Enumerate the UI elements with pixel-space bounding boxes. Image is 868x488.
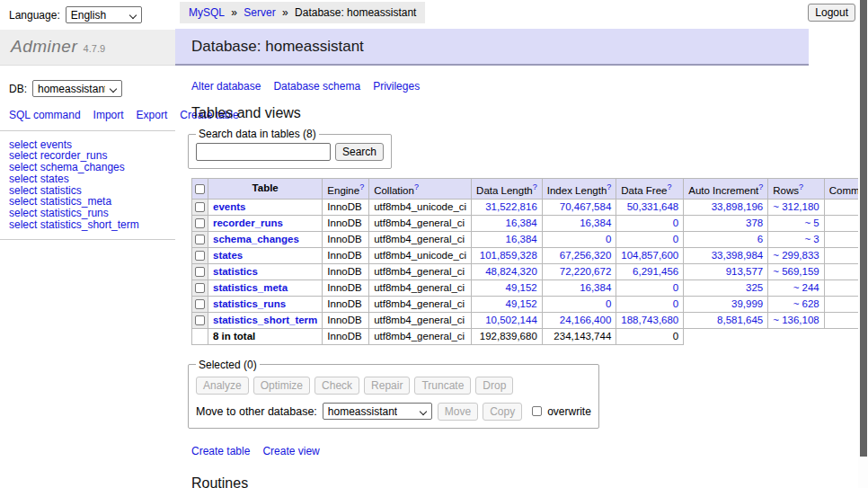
language-select[interactable]: English	[66, 6, 142, 23]
index-length-link[interactable]: 67,256,320	[560, 250, 612, 261]
data-length-link[interactable]: 16,384	[506, 234, 537, 244]
index-length-link[interactable]: 72,220,672	[560, 266, 612, 277]
create-create-view[interactable]: Create view	[262, 445, 319, 457]
rows-link[interactable]: ~ 628	[793, 298, 819, 309]
breadcrumb-separator: »	[228, 6, 240, 19]
data-length-link[interactable]: 10,502,144	[485, 315, 537, 325]
db-action-privileges[interactable]: Privileges	[373, 80, 420, 93]
help-link-engine[interactable]: ?	[359, 182, 364, 191]
auto-increment-link[interactable]: 6	[757, 234, 763, 244]
help-link-data-free[interactable]: ?	[667, 182, 671, 191]
help-link-data-length[interactable]: ?	[533, 182, 537, 191]
index-length-link[interactable]: 16,384	[580, 217, 611, 228]
total-data-free-cell: 0	[616, 328, 684, 344]
move-database-select[interactable]: homeassistant	[323, 403, 432, 420]
table-name-link-statistics-meta[interactable]: statistics_meta	[213, 282, 288, 293]
data-free-cell: 0	[616, 231, 684, 247]
column-header-label: Data Length	[476, 185, 533, 196]
table-name-link-schema-changes[interactable]: schema_changes	[213, 234, 299, 244]
data-free-link[interactable]: 104,857,600	[621, 250, 678, 261]
data-length-cell: 31,522,816	[472, 199, 543, 215]
rows-link[interactable]: ~ 299,833	[773, 250, 819, 261]
breadcrumb-link-mysql[interactable]: MySQL	[189, 6, 225, 19]
auto-increment-link[interactable]: 8,581,645	[717, 315, 763, 325]
scrollbar-thumb[interactable]	[860, 0, 867, 457]
sidebar-action-import[interactable]: Import	[93, 109, 124, 121]
data-length-link[interactable]: 48,824,320	[485, 266, 537, 277]
sidebar-action-export[interactable]: Export	[137, 109, 168, 121]
db-label: DB:	[9, 83, 27, 95]
db-action-alter-database[interactable]: Alter database	[191, 80, 261, 93]
help-link-collation[interactable]: ?	[414, 182, 419, 191]
data-free-link[interactable]: 0	[673, 298, 678, 309]
data-free-link[interactable]: 6,291,456	[633, 266, 678, 277]
data-length-link[interactable]: 31,522,816	[485, 201, 537, 212]
breadcrumb: MySQL » Server » Database: homeassistant	[180, 2, 425, 23]
rows-link[interactable]: ~ 312,180	[773, 201, 819, 212]
create-create-table[interactable]: Create table	[191, 445, 250, 457]
column-header-data-free: Data Free?	[616, 179, 684, 200]
index-length-link[interactable]: 16,384	[580, 282, 611, 293]
data-free-link[interactable]: 0	[673, 282, 678, 293]
table-total-row: 8 in totalInnoDButf8mb4_general_ci192,83…	[192, 328, 868, 344]
row-checkbox-statistics-meta[interactable]	[195, 283, 205, 293]
data-length-link[interactable]: 49,152	[506, 298, 537, 309]
row-checkbox-schema-changes[interactable]	[195, 235, 205, 244]
row-checkbox-events[interactable]	[195, 202, 205, 212]
data-free-link[interactable]: 0	[673, 234, 678, 244]
index-length-link[interactable]: 0	[606, 298, 611, 309]
search-input[interactable]	[196, 143, 331, 161]
rows-link[interactable]: ~ 3	[804, 234, 819, 244]
auto-increment-link[interactable]: 39,999	[731, 298, 763, 309]
rows-link[interactable]: ~ 569,159	[773, 266, 819, 277]
table-name-link-statistics[interactable]: statistics	[213, 266, 258, 277]
data-free-link[interactable]: 50,331,648	[627, 201, 679, 212]
rows-link[interactable]: ~ 5	[804, 217, 819, 228]
rows-link[interactable]: ~ 136,108	[773, 315, 819, 325]
table-name-link-events[interactable]: events	[213, 201, 245, 212]
adminer-logo[interactable]: Adminer 4.7.9	[0, 30, 175, 66]
db-select[interactable]: homeassistant	[32, 80, 122, 97]
data-length-link[interactable]: 16,384	[506, 217, 537, 228]
index-length-link[interactable]: 24,166,400	[560, 315, 612, 325]
auto-increment-link[interactable]: 913,577	[726, 266, 764, 277]
data-length-link[interactable]: 49,152	[506, 282, 537, 293]
auto-increment-link[interactable]: 378	[746, 217, 763, 228]
help-link-index-length[interactable]: ?	[607, 182, 611, 191]
row-checkbox-statistics-runs[interactable]	[195, 299, 205, 309]
table-name-link-statistics-short-term[interactable]: statistics_short_term	[213, 315, 317, 325]
db-action-database-schema[interactable]: Database schema	[273, 80, 360, 93]
search-button[interactable]: Search	[335, 143, 384, 161]
table-name-link-states[interactable]: states	[213, 250, 243, 261]
auto-increment-link[interactable]: 33,898,196	[712, 201, 764, 212]
row-checkbox-statistics[interactable]	[195, 267, 205, 277]
logout-button[interactable]: Logout	[808, 4, 855, 22]
row-checkbox-recorder-runs[interactable]	[195, 218, 205, 228]
data-free-link[interactable]: 0	[673, 217, 678, 228]
adminer-version: 4.7.9	[84, 43, 105, 54]
index-length-link[interactable]: 70,467,584	[560, 201, 612, 212]
select-all-checkbox[interactable]	[195, 184, 205, 194]
breadcrumb-link-server[interactable]: Server	[244, 6, 275, 19]
table-name-link-recorder-runs[interactable]: recorder_runs	[213, 217, 283, 228]
index-length-link[interactable]: 0	[606, 234, 611, 244]
row-checkbox-states[interactable]	[195, 251, 205, 261]
help-link-rows[interactable]: ?	[799, 182, 803, 191]
row-checkbox-statistics-short-term[interactable]	[195, 315, 205, 325]
select-link-statistics-short-term[interactable]: select	[9, 218, 37, 231]
rows-cell: ~ 628	[768, 296, 824, 312]
auto-increment-link[interactable]: 325	[746, 282, 763, 293]
overwrite-checkbox[interactable]	[532, 406, 542, 416]
rows-link[interactable]: ~ 244	[793, 282, 819, 293]
table-link-statistics-short-term[interactable]: statistics_short_term	[40, 218, 139, 231]
auto-increment-link[interactable]: 33,398,984	[712, 250, 764, 261]
table-name-link-statistics-runs[interactable]: statistics_runs	[213, 298, 286, 309]
help-link-auto-increment[interactable]: ?	[758, 182, 763, 191]
engine-cell: InnoDB	[323, 279, 369, 296]
row-checkbox-cell	[192, 263, 208, 279]
data-length-link[interactable]: 101,859,328	[480, 250, 537, 261]
drop-button: Drop	[475, 377, 513, 395]
data-free-link[interactable]: 188,743,680	[621, 315, 678, 325]
scrollbar-track[interactable]	[858, 0, 868, 488]
sidebar-action-sql-command[interactable]: SQL command	[9, 109, 81, 121]
